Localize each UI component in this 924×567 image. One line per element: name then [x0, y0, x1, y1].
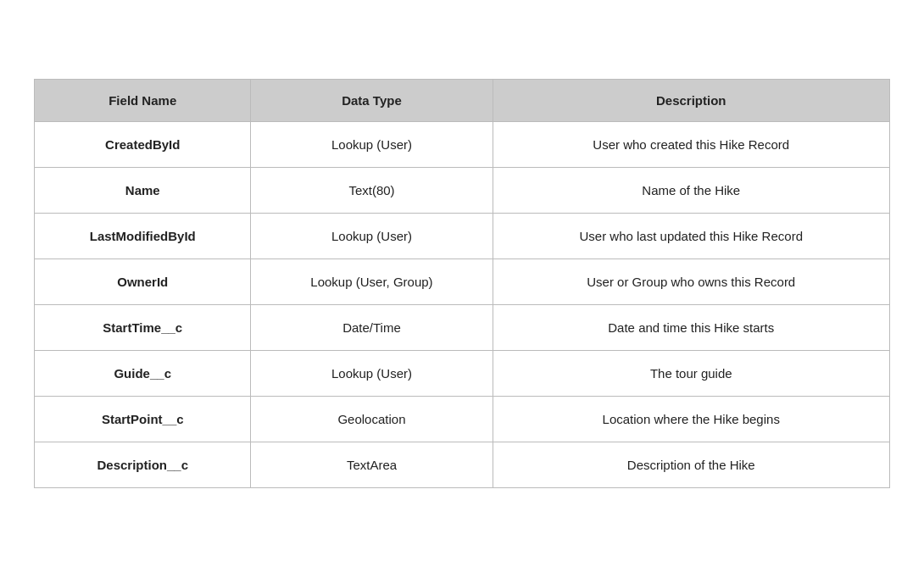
- data-type-cell: TextArea: [251, 442, 493, 488]
- hike-fields-table: Field Name Data Type Description Created…: [34, 79, 890, 488]
- description-cell: User or Group who owns this Record: [493, 259, 890, 305]
- field-name-cell: OwnerId: [35, 259, 251, 305]
- field-name-cell: Name: [35, 168, 251, 214]
- description-cell: Name of the Hike: [493, 168, 890, 214]
- field-name-cell: Description__c: [35, 442, 251, 488]
- field-name-cell: StartTime__c: [35, 305, 251, 351]
- table-header-row: Field Name Data Type Description: [35, 80, 890, 122]
- data-type-header: Data Type: [251, 80, 493, 122]
- table-row: StartTime__cDate/TimeDate and time this …: [35, 305, 890, 351]
- description-cell: User who created this Hike Record: [493, 122, 890, 168]
- table-row: Guide__cLookup (User)The tour guide: [35, 351, 890, 397]
- table-row: Description__cTextAreaDescription of the…: [35, 442, 890, 488]
- table-row: OwnerIdLookup (User, Group)User or Group…: [35, 259, 890, 305]
- description-header: Description: [493, 80, 890, 122]
- description-cell: Location where the Hike begins: [493, 397, 890, 442]
- table-row: LastModifiedByIdLookup (User)User who la…: [35, 214, 890, 259]
- data-type-cell: Geolocation: [251, 397, 493, 442]
- description-cell: The tour guide: [493, 351, 890, 397]
- table-row: CreatedByIdLookup (User)User who created…: [35, 122, 890, 168]
- table-row: StartPoint__cGeolocationLocation where t…: [35, 397, 890, 442]
- data-type-cell: Text(80): [251, 168, 493, 214]
- field-name-cell: Guide__c: [35, 351, 251, 397]
- data-type-cell: Lookup (User): [251, 122, 493, 168]
- data-type-cell: Lookup (User): [251, 214, 493, 259]
- description-cell: Description of the Hike: [493, 442, 890, 488]
- data-type-cell: Lookup (User): [251, 351, 493, 397]
- data-type-cell: Lookup (User, Group): [251, 259, 493, 305]
- table-row: NameText(80)Name of the Hike: [35, 168, 890, 214]
- description-cell: Date and time this Hike starts: [493, 305, 890, 351]
- field-name-cell: CreatedById: [35, 122, 251, 168]
- field-name-cell: StartPoint__c: [35, 397, 251, 442]
- description-cell: User who last updated this Hike Record: [493, 214, 890, 259]
- table-wrapper: Field Name Data Type Description Created…: [34, 79, 890, 488]
- data-type-cell: Date/Time: [251, 305, 493, 351]
- field-name-header: Field Name: [35, 80, 251, 122]
- field-name-cell: LastModifiedById: [35, 214, 251, 259]
